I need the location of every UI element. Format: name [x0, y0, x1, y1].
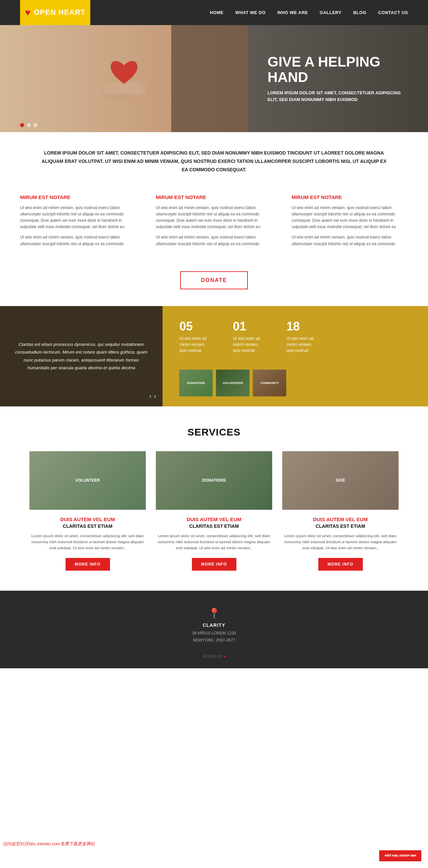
service-img-2-label: DONATIONS: [202, 478, 226, 483]
service-image-1: VOLUNTEER: [29, 451, 146, 510]
stats-section: Claritas est etiam processus dynamicus, …: [0, 306, 428, 406]
donate-button[interactable]: DONATE: [180, 271, 248, 289]
column-2: MIRUM EST NOTARE Ut wisi enim ad minim v…: [156, 194, 272, 251]
stat-image-3: COMMUNITY: [253, 370, 286, 396]
main-nav: HOME WHAT WE DO WHO WE ARE GALLERY BLOG …: [210, 10, 408, 15]
service-img-3-label: GIVE: [336, 478, 345, 483]
nav-home[interactable]: HOME: [210, 10, 223, 15]
dot-3[interactable]: [33, 123, 37, 127]
stat-2-number: 01: [233, 319, 266, 334]
heart-hands-svg: [97, 55, 151, 102]
service-3-heading-red: DUIS AUTEM VEL EUM: [282, 517, 399, 522]
three-columns: MIRUM EST NOTARE Ut wisi enim ad minim v…: [0, 188, 428, 265]
col-2-text2: Ut wisi enim ad minim veniam, quis nostr…: [156, 234, 272, 247]
service-card-2: DONATIONS DUIS AUTEM VEL EUM CLARITAS ES…: [156, 451, 272, 571]
hero-section: GIVE A HELPING HAND LOREM IPSUM DOLOR SI…: [0, 25, 428, 132]
stats-left-panel: Claritas est etiam processus dynamicus, …: [0, 306, 163, 406]
footer-address-line1: 38 MIRUS LOREM 1230: [20, 630, 408, 637]
nav-blog[interactable]: BLOG: [353, 10, 366, 15]
logo[interactable]: ♥ OPEN HEART: [20, 0, 90, 25]
nav-contact[interactable]: CONTACT US: [378, 10, 408, 15]
service-1-heading-black: CLARITAS EST ETIAM: [29, 524, 146, 529]
stat-img-3-label: COMMUNITY: [261, 381, 279, 385]
services-grid: VOLUNTEER DUIS AUTEM VEL EUM CLARITAS ES…: [20, 451, 408, 571]
dot-1[interactable]: [20, 123, 24, 127]
intro-text: LOREM IPSUM DOLOR SIT AMET, CONSECTETUER…: [40, 149, 388, 174]
stats-right-panel: 05 Ut wisi enim ad minim veniam, quis no…: [163, 306, 428, 406]
services-section: SERVICES VOLUNTEER DUIS AUTEM VEL EUM CL…: [0, 406, 428, 591]
footer-address-line2: NEWYORK, 2587-4577: [20, 637, 408, 644]
logo-text: OPEN HEART: [34, 8, 85, 17]
stat-1-label: Ut wisi enim ad minim veniam, quis nostr…: [179, 336, 213, 353]
hero-content: GIVE A HELPING HAND LOREM IPSUM DOLOR SI…: [267, 54, 408, 103]
service-2-heading-red: DUIS AUTEM VEL EUM: [156, 517, 272, 522]
service-1-more-info-button[interactable]: MORE INFO: [66, 558, 110, 571]
service-image-3: GIVE: [282, 451, 399, 510]
footer-design-label: DESIGN BY ♥: [20, 654, 408, 658]
col-3-text1: Ut wisi enim ad minim veniam, quis nostr…: [292, 205, 408, 230]
service-1-heading-red: DUIS AUTEM VEL EUM: [29, 517, 146, 522]
stat-3-label: Ut wisi enim ad minim veniam, quis nostr…: [286, 336, 320, 353]
stat-3-number: 18: [286, 319, 320, 334]
service-3-desc: Lorem ipsum dolor sit amet, consectetuer…: [282, 533, 399, 551]
service-3-heading-black: CLARITAS EST ETIAM: [282, 524, 399, 529]
service-card-3: GIVE DUIS AUTEM VEL EUM CLARITAS EST ETI…: [282, 451, 399, 571]
stat-img-1-label: DONATIONS: [187, 381, 205, 385]
stats-numbers: 05 Ut wisi enim ad minim veniam, quis no…: [172, 313, 418, 353]
nav-who-we-are[interactable]: WHO WE ARE: [277, 10, 308, 15]
hero-subtitle: LOREM IPSUM DOLOR SIT AMET, CONSECTETUER…: [267, 90, 408, 103]
col-3-heading: MIRUM EST NOTARE: [292, 194, 408, 200]
service-image-2: DONATIONS: [156, 451, 272, 510]
service-2-more-info-button[interactable]: MORE INFO: [192, 558, 236, 571]
service-2-desc: Lorem ipsum dolor sit amet, consectetuer…: [156, 533, 272, 551]
heart-icon: ♥: [25, 7, 31, 18]
stat-image-1: DONATIONS: [179, 370, 213, 396]
stat-item-2: 01 Ut wisi enim ad minim veniam, quis no…: [233, 319, 266, 353]
donate-section: DONATE: [0, 265, 428, 306]
stat-item-1: 05 Ut wisi enim ad minim veniam, quis no…: [179, 319, 213, 353]
service-card-1: VOLUNTEER DUIS AUTEM VEL EUM CLARITAS ES…: [29, 451, 146, 571]
hero-title: GIVE A HELPING HAND: [267, 54, 408, 85]
stat-item-3: 18 Ut wisi enim ad minim veniam, quis no…: [286, 319, 320, 353]
stats-images: DONATIONS VOLUNTEERS COMMUNITY: [172, 370, 418, 400]
col-2-heading: MIRUM EST NOTARE: [156, 194, 272, 200]
dot-2[interactable]: [27, 123, 31, 127]
stats-prev-button[interactable]: ‹: [149, 393, 151, 400]
column-3: MIRUM EST NOTARE Ut wisi enim ad minim v…: [292, 194, 408, 251]
col-2-text1: Ut wisi enim ad minim veniam, quis nostr…: [156, 205, 272, 230]
service-img-1-label: VOLUNTEER: [75, 478, 100, 483]
stat-1-number: 05: [179, 319, 213, 334]
footer-org-name: CLARITY: [20, 622, 408, 628]
column-1: MIRUM EST NOTARE Ut wisi enim ad minim v…: [20, 194, 136, 251]
stat-image-2: VOLUNTEERS: [216, 370, 250, 396]
service-1-desc: Lorem ipsum dolor sit amet, consectetuer…: [29, 533, 146, 551]
location-icon: 📍: [20, 608, 408, 619]
col-1-heading: MIRUM EST NOTARE: [20, 194, 136, 200]
service-3-more-info-button[interactable]: MORE INFO: [318, 558, 363, 571]
svg-point-2: [122, 82, 146, 95]
svg-point-1: [102, 82, 126, 95]
service-2-heading-black: CLARITAS EST ETIAM: [156, 524, 272, 529]
col-3-text2: Ut wisi enim ad minim veniam, quis nostr…: [292, 234, 408, 247]
stats-navigation: ‹ ›: [149, 393, 156, 400]
header: ♥ OPEN HEART HOME WHAT WE DO WHO WE ARE …: [0, 0, 428, 25]
nav-what-we-do[interactable]: WHAT WE DO: [235, 10, 265, 15]
services-title: SERVICES: [20, 427, 408, 438]
stat-img-2-label: VOLUNTEERS: [223, 381, 243, 385]
col-1-text2: Ut wisi enim ad minim veniam, quis nostr…: [20, 234, 136, 247]
nav-gallery[interactable]: GALLERY: [320, 10, 341, 15]
hero-heart-image: [91, 49, 158, 109]
footer-design-brand: ♥: [223, 654, 226, 658]
stats-quote: Claritas est etiam processus dynamicus, …: [13, 341, 149, 372]
intro-section: LOREM IPSUM DOLOR SIT AMET, CONSECTETUER…: [0, 132, 428, 188]
stat-2-label: Ut wisi enim ad minim veniam, quis nostr…: [233, 336, 266, 353]
stats-next-button[interactable]: ›: [154, 393, 156, 400]
col-1-text1: Ut wisi enim ad minim veniam, quis nostr…: [20, 205, 136, 230]
design-by-label: DESIGN BY: [202, 654, 222, 658]
hero-dots: [20, 123, 37, 127]
footer: 📍 CLARITY 38 MIRUS LOREM 1230 NEWYORK, 2…: [0, 591, 428, 668]
